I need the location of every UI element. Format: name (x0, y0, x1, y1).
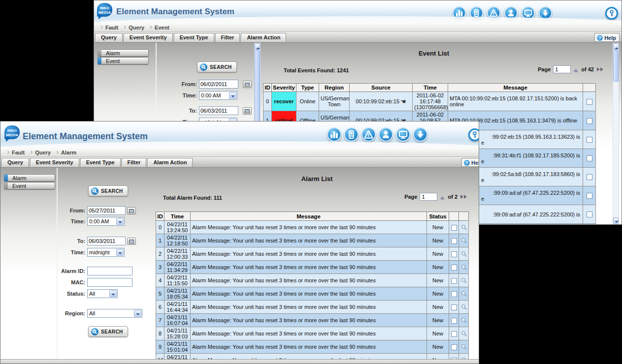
tab-filter[interactable]: Filter (215, 33, 240, 42)
row-checkbox[interactable] (451, 251, 457, 257)
tab-event-type[interactable]: Event Type (174, 33, 214, 42)
magnifier-icon[interactable] (460, 303, 468, 309)
page-input[interactable] (553, 65, 571, 73)
status-select[interactable]: All (87, 289, 118, 298)
scrollbar-thumb[interactable] (613, 50, 619, 82)
logo-text-line2: MEDIA (4, 133, 20, 137)
magnifier-icon[interactable] (460, 277, 468, 283)
scroll-up-icon[interactable] (613, 43, 619, 50)
row-checkbox[interactable] (451, 225, 457, 231)
to-time-select[interactable]: midnight (87, 248, 125, 257)
key-icon[interactable] (605, 7, 618, 20)
bar-chart-icon[interactable] (453, 6, 466, 20)
row-checkbox[interactable] (451, 304, 457, 310)
monitor-icon[interactable] (522, 6, 535, 20)
tab-event-type[interactable]: Event Type (80, 158, 121, 167)
breadcrumb-item-query[interactable]: Query (35, 150, 51, 155)
calendar-icon[interactable] (243, 107, 252, 115)
scrollbar-thumb[interactable] (255, 50, 260, 124)
mac-input[interactable] (87, 278, 132, 287)
row-checkbox[interactable] (451, 238, 457, 244)
help-button[interactable]: ?Help (461, 158, 479, 167)
calendar-icon[interactable] (127, 207, 136, 214)
calendar-icon[interactable] (127, 238, 136, 245)
row-checkbox[interactable] (451, 265, 457, 271)
fast-forward-icon[interactable] (596, 66, 603, 72)
sidebar-item-event[interactable]: Event (98, 57, 149, 64)
row-checkbox[interactable] (451, 278, 457, 284)
row-checkbox[interactable] (587, 212, 592, 217)
page-up-icon[interactable] (440, 194, 445, 200)
row-checkbox[interactable] (451, 344, 457, 350)
tab-query[interactable]: Query (95, 33, 123, 42)
scroll-down-icon[interactable] (613, 217, 619, 224)
user-icon[interactable] (379, 127, 393, 142)
mobile-phone-icon[interactable] (344, 127, 359, 142)
from-date-input[interactable] (199, 80, 238, 89)
calendar-icon[interactable] (243, 81, 252, 88)
breadcrumb-item-fault[interactable]: Fault (12, 150, 25, 155)
from-time-select[interactable]: 0:00 AM (199, 91, 237, 100)
row-checkbox[interactable] (451, 291, 457, 297)
row-checkbox[interactable] (451, 331, 457, 337)
row-checkbox[interactable] (587, 118, 592, 124)
tab-query[interactable]: Query (1, 158, 29, 167)
bar-chart-icon[interactable] (327, 127, 341, 142)
magnifier-icon[interactable] (460, 317, 468, 323)
breadcrumb-item-event[interactable]: Event (155, 25, 169, 30)
page-up-icon[interactable] (573, 66, 579, 73)
breadcrumb-item-alarm[interactable]: Alarm (61, 150, 76, 155)
magnifier-icon[interactable] (460, 224, 468, 230)
tab-filter[interactable]: Filter (122, 158, 147, 167)
magnifier-icon[interactable] (460, 237, 468, 243)
region-row: Region: All (58, 309, 154, 319)
mobile-phone-icon[interactable] (470, 6, 483, 20)
search-button[interactable]: SEARCH (197, 61, 237, 72)
row-checkbox[interactable] (587, 193, 592, 199)
list-scrollbar[interactable] (613, 43, 619, 224)
download-arrow-icon[interactable] (413, 127, 427, 142)
search-button[interactable]: SEARCH (88, 185, 128, 196)
magnifier-icon[interactable] (460, 250, 468, 256)
breadcrumb-item-query[interactable]: Query (129, 25, 144, 30)
row-checkbox[interactable] (587, 174, 592, 180)
tab-alarm-action[interactable]: Alarm Action (241, 33, 286, 42)
magnifier-icon[interactable] (460, 343, 468, 349)
monitor-icon[interactable] (396, 127, 410, 142)
user-icon[interactable] (504, 6, 518, 20)
hand-pointer-icon[interactable]: ☚ (400, 98, 406, 105)
horizontal-scrollbar[interactable] (0, 359, 479, 364)
scroll-up-icon[interactable] (255, 43, 260, 50)
alarm-triangle-icon[interactable] (361, 127, 376, 142)
magnifier-icon[interactable] (460, 264, 468, 270)
search-button[interactable]: SEARCH (88, 326, 128, 337)
breadcrumb-item-fault[interactable]: Fault (105, 25, 118, 30)
row-checkbox[interactable] (451, 318, 457, 324)
checkbox-cell (449, 287, 459, 301)
sidebar-item-alarm[interactable]: Alarm (4, 174, 55, 182)
magnifier-icon[interactable] (460, 330, 468, 336)
row-checkbox[interactable] (587, 155, 592, 161)
tab-alarm-action[interactable]: Alarm Action (147, 158, 193, 167)
to-label: To: (58, 238, 85, 244)
alarm-row: 704/21/1116:07:04Alarm Message: Your uni… (156, 314, 469, 327)
tab-event-severity[interactable]: Event Severity (124, 33, 173, 42)
help-button[interactable]: ?Help (594, 33, 620, 42)
to-date-input[interactable] (199, 106, 238, 115)
from-date-input[interactable] (87, 206, 126, 215)
page-input[interactable] (420, 193, 437, 201)
alarm-id-input[interactable] (87, 267, 132, 275)
row-checkbox[interactable] (587, 99, 592, 105)
download-arrow-icon[interactable] (539, 6, 552, 20)
region-select[interactable]: All (87, 309, 142, 318)
key-icon[interactable] (468, 128, 479, 141)
from-time-select[interactable]: 0:00 AM (87, 217, 125, 226)
magnifier-icon[interactable] (460, 290, 468, 296)
sidebar-item-event[interactable]: Event (4, 182, 55, 189)
row-checkbox[interactable] (587, 137, 592, 143)
to-date-input[interactable] (87, 237, 126, 245)
sidebar-item-alarm[interactable]: Alarm (98, 49, 149, 57)
tab-event-severity[interactable]: Event Severity (30, 158, 79, 167)
alarm-triangle-icon[interactable] (487, 6, 500, 20)
fast-forward-icon[interactable] (460, 194, 467, 200)
